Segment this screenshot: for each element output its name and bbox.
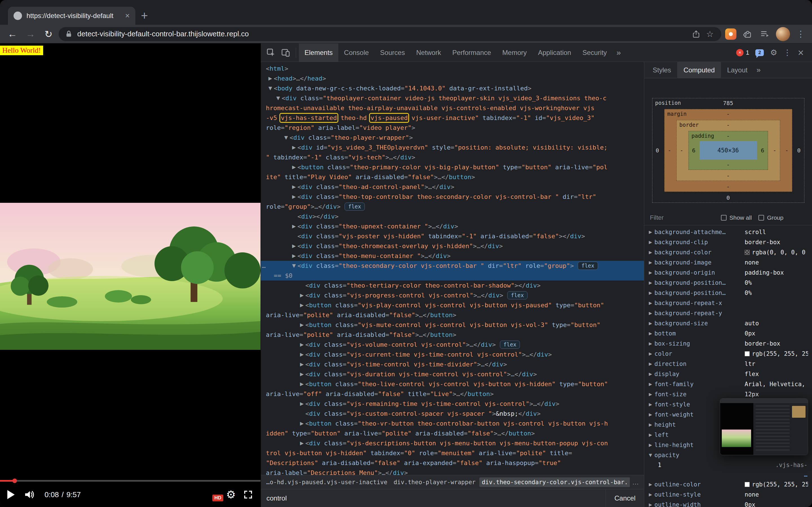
dom-tree-line[interactable]: ▶<button class="vjs-play-control vjs-con… bbox=[261, 300, 644, 310]
breadcrumb-overflow-icon[interactable]: … bbox=[630, 478, 641, 486]
breadcrumb-item[interactable]: div.theo-player-wrapper bbox=[391, 477, 478, 487]
stylesheet-link[interactable]: … bbox=[804, 471, 808, 478]
devtools-tab-console[interactable]: Console bbox=[338, 43, 374, 62]
computed-property-row[interactable]: ▶directionltr bbox=[644, 359, 812, 369]
dom-tree-line[interactable]: ▶<div class="theo-top-controlbar theo-se… bbox=[261, 192, 644, 202]
video-settings-icon[interactable]: ⚙ bbox=[226, 489, 236, 500]
expand-icon[interactable]: ▶ bbox=[647, 443, 654, 448]
dom-tree-line[interactable]: ▶<div class="vjs-volume-control vjs-cont… bbox=[261, 340, 644, 349]
expand-icon[interactable]: ▶ bbox=[647, 341, 654, 346]
video-progress-bar[interactable] bbox=[0, 480, 260, 482]
bookmark-star-icon[interactable]: ☆ bbox=[705, 27, 715, 41]
box-model-content[interactable]: 450×36 bbox=[700, 141, 757, 160]
dom-tree-line[interactable]: " tabindex="-1" class="vjs-tech">…</div> bbox=[261, 152, 644, 162]
dom-tree-line[interactable]: aria-live="off" aria-disabled="false" ti… bbox=[261, 389, 644, 399]
devtools-tab-sources[interactable]: Sources bbox=[374, 43, 410, 62]
twisty-icon[interactable]: ▶ bbox=[261, 241, 297, 251]
twisty-icon[interactable]: ▶ bbox=[261, 162, 297, 172]
console-errors-badge[interactable]: ×1 bbox=[736, 49, 749, 56]
computed-property-row[interactable]: ▶displayflex bbox=[644, 369, 812, 379]
expand-icon[interactable]: ▶ bbox=[647, 372, 654, 377]
dom-tree-line[interactable]: ▶<div id="vjs_video_3_THEOplayerdvn" sty… bbox=[261, 143, 644, 152]
twisty-icon[interactable]: ▶ bbox=[261, 399, 305, 409]
twisty-icon[interactable]: ▼ bbox=[261, 261, 297, 271]
twisty-icon[interactable]: ▶ bbox=[261, 418, 305, 429]
devtools-settings-icon[interactable]: ⚙ bbox=[770, 49, 777, 57]
dom-tree-line[interactable]: ▶<div class="vjs-duration vjs-time-contr… bbox=[261, 369, 644, 379]
breadcrumb-item[interactable]: div.theo-secondary-color.vjs-control-bar… bbox=[479, 477, 630, 487]
dom-tree-line[interactable]: …▼<div class="theo-secondary-color vjs-c… bbox=[261, 261, 644, 271]
box-model-border[interactable]: border - - - - padding - 6 bbox=[676, 120, 780, 181]
dom-tree-line[interactable]: -v5 vjs-has-started theo-hd vjs-paused v… bbox=[261, 113, 644, 123]
volume-icon[interactable] bbox=[24, 490, 36, 499]
issues-badge[interactable]: 2 bbox=[755, 49, 764, 56]
expand-icon[interactable]: ▶ bbox=[647, 260, 654, 265]
show-all-checkbox[interactable]: Show all bbox=[721, 214, 752, 221]
dom-tree-line[interactable]: ▶<div class="vjs-time-control vjs-time-d… bbox=[261, 359, 644, 369]
dom-tree-line[interactable]: aria-live="polite" aria-disabled="false"… bbox=[261, 330, 644, 340]
expand-icon[interactable]: ▶ bbox=[647, 230, 654, 235]
computed-property-row[interactable]: ▶font-size12px bbox=[644, 389, 812, 399]
devtools-tab-elements[interactable]: Elements bbox=[299, 43, 338, 62]
dom-tree-line[interactable]: "Descriptions" aria-disabled="false" ari… bbox=[261, 458, 644, 468]
twisty-icon[interactable]: ▶ bbox=[261, 340, 305, 349]
twisty-icon[interactable]: ▶ bbox=[261, 320, 305, 330]
filter-input[interactable] bbox=[649, 214, 714, 222]
more-panels-icon[interactable]: » bbox=[612, 48, 625, 57]
twisty-icon[interactable]: ▶ bbox=[261, 359, 305, 369]
expand-icon[interactable]: ▶ bbox=[647, 492, 654, 497]
group-checkbox[interactable]: Group bbox=[758, 214, 783, 221]
video-player[interactable] bbox=[0, 203, 260, 350]
dom-tree-line[interactable]: ▶<button class="theo-primary-color vjs-b… bbox=[261, 162, 644, 172]
address-bar[interactable]: detect-visibility-default-control-bar.th… bbox=[59, 27, 721, 41]
dom-tree-line[interactable]: hromecast-unavailable theo-airplay-unava… bbox=[261, 103, 644, 113]
node-options-icon[interactable]: … bbox=[262, 261, 266, 271]
sidebar-tab-computed[interactable]: Computed bbox=[677, 62, 721, 78]
dom-tree-line[interactable]: trol vjs-button vjs-hidden" tabindex="0"… bbox=[261, 448, 644, 458]
dom-tree-line[interactable]: <div class="theo-tertiary-color theo-con… bbox=[261, 281, 644, 290]
play-button[interactable] bbox=[7, 490, 15, 499]
dom-tree-line[interactable]: == $0 bbox=[261, 271, 644, 281]
expand-icon[interactable]: ▶ bbox=[647, 300, 654, 305]
dom-tree-line[interactable]: <div class="vjs-custom-control-spacer vj… bbox=[261, 409, 644, 418]
flex-badge[interactable]: flex bbox=[507, 291, 527, 299]
tab-close-icon[interactable]: × bbox=[125, 12, 130, 20]
computed-property-row[interactable]: ▶colorrgb(255, 255, 25 bbox=[644, 349, 812, 359]
dom-tree-line[interactable]: <html> bbox=[261, 64, 644, 73]
browser-menu-icon[interactable]: ⋮ bbox=[794, 27, 808, 41]
dom-tree-line[interactable]: aria-live="polite" aria-disabled="false"… bbox=[261, 310, 644, 320]
dom-tree-line[interactable]: ▶<div class="vjs-descriptions-button vjs… bbox=[261, 438, 644, 448]
devtools-menu-icon[interactable]: ⋮ bbox=[783, 49, 792, 57]
box-model-padding[interactable]: padding - 6 6 - 450×36 bbox=[689, 131, 768, 170]
computed-property-row[interactable]: ▶outline-stylenone bbox=[644, 490, 812, 500]
expand-icon[interactable]: ▶ bbox=[647, 321, 654, 326]
dom-tree-line[interactable]: role="region" aria-label="video player"> bbox=[261, 123, 644, 133]
expand-icon[interactable]: ▶ bbox=[647, 382, 654, 387]
dom-tree-line[interactable]: aria-label="Descriptions Menu">…</div> bbox=[261, 468, 644, 475]
fullscreen-icon[interactable] bbox=[243, 490, 253, 500]
dom-tree-line[interactable]: ite" title="Play Video" aria-disabled="f… bbox=[261, 172, 644, 182]
twisty-icon[interactable]: ▶ bbox=[261, 379, 305, 389]
devtools-close-icon[interactable]: × bbox=[798, 49, 804, 57]
dom-tree-line[interactable]: ▼<body data-new-gr-c-s-check-loaded="14.… bbox=[261, 83, 644, 93]
devtools-tab-network[interactable]: Network bbox=[410, 43, 447, 62]
forward-button[interactable]: → bbox=[22, 26, 38, 42]
dom-tree-line[interactable]: ▼<div class="theo-player-wrapper"> bbox=[261, 133, 644, 143]
expand-icon[interactable]: ▶ bbox=[647, 290, 654, 295]
twisty-icon[interactable]: ▼ bbox=[261, 83, 274, 93]
twisty-icon[interactable]: ▶ bbox=[261, 290, 305, 300]
new-tab-button[interactable]: + bbox=[135, 7, 154, 25]
dom-tree-line[interactable]: <div></div> bbox=[261, 212, 644, 221]
screen-preview-overlay[interactable] bbox=[720, 398, 808, 455]
expand-icon[interactable]: ▶ bbox=[647, 422, 654, 427]
dom-tree-line[interactable]: ▶<div class="vjs-current-time vjs-time-c… bbox=[261, 349, 644, 359]
cancel-button[interactable]: Cancel bbox=[606, 489, 644, 507]
sidebar-tab-layout[interactable]: Layout bbox=[721, 62, 754, 78]
dom-tree-line[interactable]: ▶<div class="theo-chromecast-overlay vjs… bbox=[261, 241, 644, 251]
dom-tree-line[interactable]: ▶<div class="theo-ad-control-panel">…</d… bbox=[261, 182, 644, 192]
expand-icon[interactable]: ▶ bbox=[647, 412, 654, 417]
expand-icon[interactable]: ▶ bbox=[647, 311, 654, 316]
box-model-margin[interactable]: margin - - - - border - - - bbox=[664, 109, 792, 192]
flex-badge[interactable]: flex bbox=[345, 203, 365, 211]
dom-tree-line[interactable]: ▶<button class="theo-vr-button theo-cont… bbox=[261, 418, 644, 429]
